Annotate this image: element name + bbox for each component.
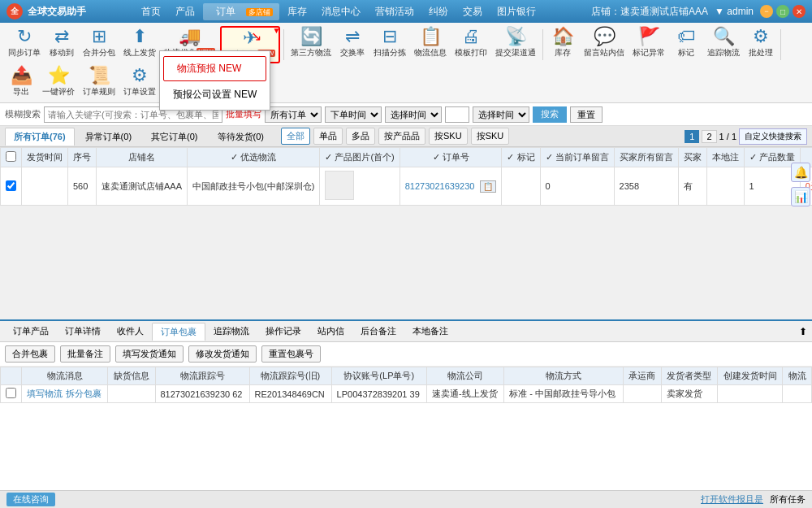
- brow-method: 标准 - 中国邮政挂号导小包: [504, 385, 623, 403]
- row-checkbox: [1, 167, 22, 206]
- nav-dispute[interactable]: 纠纷: [422, 3, 455, 20]
- page-2-btn[interactable]: 2: [702, 130, 716, 143]
- order-tabs-row: 所有订单(76) 异常订单(0) 其它订单(0) 等待发货(0) 全部 单品 多…: [0, 126, 812, 147]
- tab-other-orders[interactable]: 其它订单(0): [142, 128, 206, 145]
- search-button[interactable]: 搜索: [533, 106, 567, 123]
- bottom-tab-package[interactable]: 订单包裹: [152, 323, 205, 341]
- status-single[interactable]: 单品: [313, 128, 343, 145]
- reset-button[interactable]: 重置: [570, 106, 603, 123]
- tab-wait-ship[interactable]: 等待发货(0): [209, 128, 273, 145]
- info-icon: 📋: [420, 28, 442, 46]
- bug-report-link[interactable]: 打开软件报且是: [701, 493, 763, 506]
- bottom-row-checkbox[interactable]: [6, 388, 16, 398]
- page-1-btn[interactable]: 1: [685, 130, 699, 143]
- row-ship-time: [22, 167, 68, 206]
- time-select2[interactable]: 选择时间: [473, 106, 529, 123]
- status-by-sku[interactable]: 按SKU: [429, 128, 468, 145]
- bcol-method: 物流方式: [504, 367, 623, 385]
- message-btn[interactable]: 💬 留言站内信: [581, 26, 628, 60]
- brow-stock-info: [108, 385, 155, 403]
- channel-btn[interactable]: 📡 提交渠道通: [492, 26, 539, 60]
- export-btn[interactable]: 📤 导出: [5, 65, 37, 99]
- nav-trade[interactable]: 交易: [456, 3, 489, 20]
- row-select-checkbox[interactable]: [6, 180, 16, 191]
- bottom-tab-local-note[interactable]: 本地备注: [404, 323, 456, 340]
- row-mark: [502, 167, 540, 206]
- upload-ship-btn[interactable]: ⬆ 线上发货: [120, 26, 159, 60]
- nav-message[interactable]: 消息中心: [315, 3, 367, 20]
- nav-home[interactable]: 首页: [135, 3, 167, 20]
- split-package-link[interactable]: 拆分包裹: [66, 389, 102, 398]
- bcol-carrier: 承运商: [623, 367, 661, 385]
- third-logistics-btn[interactable]: 🔄 第三方物流: [287, 26, 335, 60]
- chart-btn[interactable]: 📊: [791, 187, 810, 206]
- bottom-tab-recipient[interactable]: 收件人: [109, 323, 152, 340]
- nav-product[interactable]: 产品: [169, 3, 201, 20]
- bcol-check: [1, 367, 22, 385]
- logistics-info-btn[interactable]: 📋 物流信息: [411, 26, 450, 60]
- bottom-tab-note[interactable]: 后台备注: [352, 323, 404, 340]
- nav-order[interactable]: 订单 多店铺: [203, 3, 279, 20]
- dropdown-report-settings[interactable]: 预报公司设置 NEW: [160, 83, 270, 106]
- track-logistics-btn[interactable]: 🔍 追踪物流: [704, 26, 743, 60]
- red-arrow-icon: ↘: [251, 28, 261, 44]
- order-rule-btn[interactable]: 📜 订单规则: [80, 65, 119, 99]
- bottom-expand-icon[interactable]: ⬆: [799, 326, 807, 337]
- move-to-btn[interactable]: ⇄ 移动到: [45, 26, 78, 60]
- row-seq: 560: [68, 167, 97, 206]
- fill-ship-notice-btn[interactable]: 填写发货通知: [115, 345, 184, 363]
- exchange-btn[interactable]: ⇌ 交换率: [336, 26, 369, 60]
- sync-order-btn[interactable]: ↻ 同步订单: [5, 26, 44, 60]
- bottom-tab-log[interactable]: 操作记录: [257, 323, 309, 340]
- maximize-btn[interactable]: □: [776, 5, 789, 18]
- online-badge[interactable]: 在线咨询: [6, 493, 55, 506]
- divider-1: [283, 29, 284, 60]
- template-print-btn[interactable]: 🖨 模板打印: [451, 26, 490, 60]
- warehouse-btn[interactable]: 🏠 库存: [546, 26, 579, 60]
- minimize-btn[interactable]: －: [760, 5, 773, 18]
- time-range-select[interactable]: 选择时间: [385, 106, 442, 123]
- mark-btn[interactable]: 🏷 标记: [670, 26, 702, 60]
- window-controls: － □ ✕: [760, 5, 806, 18]
- merge-split-btn[interactable]: ⊞ 合并分包: [80, 26, 119, 60]
- page-size-input[interactable]: 15: [445, 106, 469, 123]
- dropdown-logistics-report[interactable]: 物流预报 NEW: [163, 56, 266, 81]
- nav-marketing[interactable]: 营销活动: [369, 3, 421, 20]
- brow-track-old: RE201348469CN: [249, 385, 331, 403]
- custom-search-btn[interactable]: 自定义快捷搜索: [739, 128, 807, 145]
- reset-package-btn[interactable]: 重置包裹号: [261, 345, 321, 363]
- merge-package-btn[interactable]: 合并包裹: [5, 345, 55, 363]
- status-all[interactable]: 全部: [281, 128, 310, 145]
- tab-all-orders[interactable]: 所有订单(76): [5, 128, 75, 145]
- bottom-tab-product[interactable]: 订单产品: [5, 323, 57, 340]
- tab-abnormal-orders[interactable]: 异常订单(0): [76, 128, 140, 145]
- scan-sort-btn[interactable]: ⊟ 扫描分拣: [370, 26, 409, 60]
- mark-abnormal-btn[interactable]: 🚩 标记异常: [629, 26, 668, 60]
- bottom-tab-message[interactable]: 站内信: [309, 323, 352, 340]
- fill-logistics-link[interactable]: 填写物流: [27, 389, 63, 398]
- close-btn[interactable]: ✕: [793, 5, 806, 18]
- top-bar-right: 店铺：速卖通测试店铺AAA ▼ admin － □ ✕: [591, 5, 806, 19]
- select-all-checkbox[interactable]: [6, 151, 16, 162]
- nav-gallery[interactable]: 图片银行: [490, 3, 542, 20]
- order-settings-btn[interactable]: ⚙ 订单设置: [120, 65, 159, 99]
- orders-table: 发货时间 序号 店铺名 ✓ 优选物流 ✓ 产品图片(首个) ✓ 订单号 ✓ 标记…: [0, 147, 812, 206]
- nav-warehouse[interactable]: 库存: [281, 3, 313, 20]
- edit-ship-notice-btn[interactable]: 修改发货通知: [188, 345, 257, 363]
- alarm-btn[interactable]: 🔔: [791, 163, 810, 182]
- batch-process-btn[interactable]: ⚙ 批处理: [745, 26, 777, 60]
- bcol-company: 物流公司: [426, 367, 503, 385]
- rating-btn[interactable]: ⭐ 一键评价: [39, 65, 78, 99]
- bottom-table-container: 物流消息 缺货信息 物流跟踪号 物流跟踪号(旧) 协议账号(LP单号) 物流公司…: [0, 367, 812, 490]
- status-multi[interactable]: 多品: [346, 128, 375, 145]
- copy-order-btn[interactable]: 📋: [480, 180, 496, 193]
- bottom-tab-detail[interactable]: 订单详情: [57, 323, 109, 340]
- order-no-link[interactable]: 81273021639230: [405, 181, 475, 191]
- time-type-select[interactable]: 下单时间: [325, 106, 382, 123]
- bottom-tab-tracking[interactable]: 追踪物流: [205, 323, 257, 340]
- status-by-sku2[interactable]: 按SKU: [471, 128, 510, 145]
- status-by-product[interactable]: 按产品品: [378, 128, 425, 145]
- batch-note-btn[interactable]: 批量备注: [60, 345, 110, 363]
- order-filter-select[interactable]: 所有订单: [265, 106, 322, 123]
- col-cur-msg: ✓ 当前订单留言: [540, 148, 614, 167]
